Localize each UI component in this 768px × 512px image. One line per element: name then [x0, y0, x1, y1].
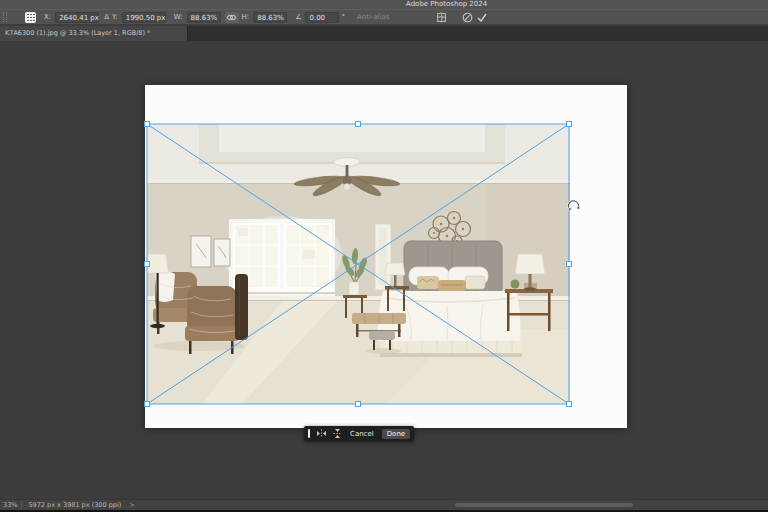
flip-horizontal-icon[interactable]	[316, 429, 327, 438]
interpolation-label: Anti-alias	[357, 13, 390, 21]
x-label: X:	[44, 13, 51, 21]
done-button[interactable]: Done	[382, 429, 410, 439]
status-options-chevron[interactable]: >	[129, 501, 134, 509]
document-tab[interactable]: K7A6300 (1).jpg @ 33.3% (Layer 1, RGB/8)…	[0, 26, 188, 41]
photoshop-window: Adobe Photoshop 2024 X: 2640.41 px Δ Y: …	[0, 0, 768, 512]
status-bar: 33% 5972 px x 3981 px (300 ppi) >	[0, 499, 768, 510]
h-label: H:	[242, 13, 250, 21]
zoom-level-field[interactable]: 33%	[0, 501, 22, 509]
document-dimensions: 5972 px x 3981 px (300 ppi)	[28, 501, 121, 509]
commit-transform-icon[interactable]	[476, 12, 488, 23]
degree-unit: °	[341, 13, 345, 21]
link-aspect-ratio-icon[interactable]	[225, 12, 239, 23]
options-bar-grip[interactable]	[3, 12, 7, 22]
rotate-cursor-icon	[567, 199, 581, 213]
app-title: Adobe Photoshop 2024	[406, 0, 487, 9]
transform-options-bar: X: 2640.41 px Δ Y: 1990.50 px W: 88.63% …	[0, 9, 768, 25]
reference-point-toggle[interactable]	[25, 12, 36, 23]
task-bar-drag-handle[interactable]	[308, 429, 310, 438]
relative-positioning-icon[interactable]: Δ	[104, 13, 109, 21]
width-field[interactable]: 88.63%	[187, 12, 221, 23]
titlebar: Adobe Photoshop 2024	[0, 0, 768, 9]
horizontal-scrollbar-thumb[interactable]	[455, 503, 633, 507]
angle-icon: ∠	[295, 13, 301, 21]
document-tab-label: K7A6300 (1).jpg @ 33.3% (Layer 1, RGB/8)…	[5, 29, 150, 37]
x-position-field[interactable]: 2640.41 px	[55, 12, 99, 23]
w-label: W:	[174, 13, 183, 21]
y-position-field[interactable]: 1990.50 px	[122, 12, 166, 23]
flip-vertical-icon[interactable]	[333, 428, 342, 439]
cancel-transform-icon[interactable]	[462, 12, 473, 23]
y-label: Y:	[112, 13, 118, 21]
warp-mode-toggle-icon[interactable]	[436, 12, 447, 23]
transform-task-bar: Cancel Done	[304, 426, 414, 441]
photo-layer-bedroom[interactable]	[147, 124, 570, 404]
rotation-angle-field[interactable]: 0.00	[305, 12, 339, 23]
cancel-button[interactable]: Cancel	[348, 430, 376, 438]
height-field[interactable]: 88.63%	[253, 12, 287, 23]
tab-strip: K7A6300 (1).jpg @ 33.3% (Layer 1, RGB/8)…	[0, 26, 768, 41]
